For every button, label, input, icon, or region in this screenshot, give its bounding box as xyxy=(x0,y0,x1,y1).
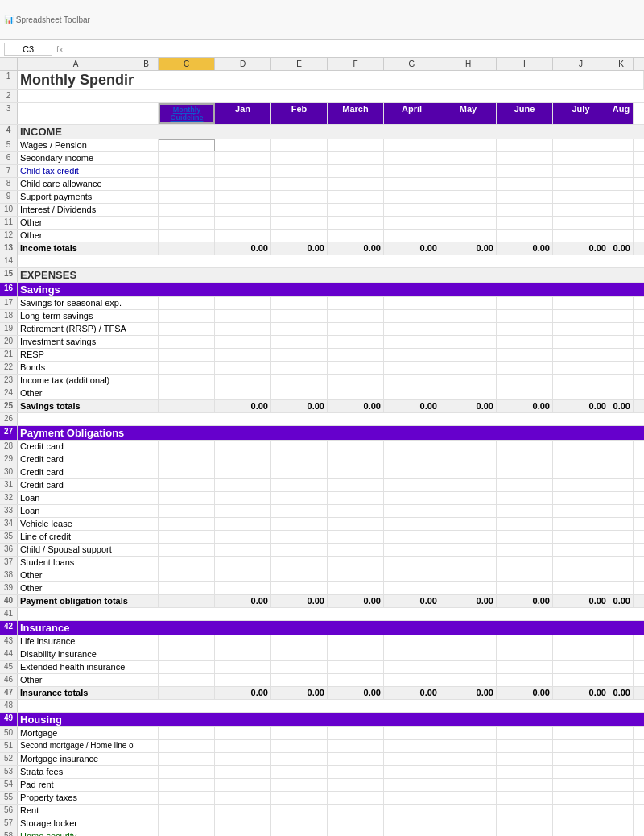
row-20-g[interactable] xyxy=(384,336,440,348)
row-34-f[interactable] xyxy=(328,518,384,530)
row-18-g[interactable] xyxy=(384,310,440,322)
row-10-j[interactable] xyxy=(553,204,609,216)
row-46-f[interactable] xyxy=(328,674,384,686)
row-28-j[interactable] xyxy=(553,441,609,453)
row-58-k[interactable] xyxy=(609,830,634,836)
row-38-k[interactable] xyxy=(609,569,634,581)
row-31-j[interactable] xyxy=(553,479,609,491)
row-7-f[interactable] xyxy=(328,165,384,177)
row-38-d[interactable] xyxy=(215,569,271,581)
row-19-c[interactable] xyxy=(159,323,215,335)
row-52-e[interactable] xyxy=(271,753,328,765)
row-10-f[interactable] xyxy=(328,204,384,216)
col-header-b[interactable]: B xyxy=(134,58,159,70)
row-37-c[interactable] xyxy=(159,557,215,569)
row-44-e[interactable] xyxy=(271,648,328,660)
row-50-c[interactable] xyxy=(159,727,215,739)
row-9-c[interactable] xyxy=(159,191,215,203)
row-32-g[interactable] xyxy=(384,492,440,504)
row-55-k[interactable] xyxy=(609,792,634,804)
row-38-j[interactable] xyxy=(553,569,609,581)
row-52-d[interactable] xyxy=(215,753,271,765)
row-28-k[interactable] xyxy=(609,441,634,453)
row-57-e[interactable] xyxy=(271,817,328,830)
row-57-g[interactable] xyxy=(384,817,440,830)
row-52-k[interactable] xyxy=(609,753,634,765)
row-6-i[interactable] xyxy=(497,152,553,164)
row-8-i[interactable] xyxy=(497,178,553,190)
row-52-i[interactable] xyxy=(497,753,553,765)
row-34-d[interactable] xyxy=(215,518,271,530)
row-28-f[interactable] xyxy=(328,441,384,453)
row-45-d[interactable] xyxy=(215,661,271,673)
row-21-h[interactable] xyxy=(440,349,497,361)
row-29-f[interactable] xyxy=(328,453,384,466)
row-56-d[interactable] xyxy=(215,805,271,817)
row-45-i[interactable] xyxy=(497,661,553,673)
row-35-j[interactable] xyxy=(553,531,609,543)
row-53-j[interactable] xyxy=(553,766,609,778)
row-8-k[interactable] xyxy=(609,178,634,190)
row-29-g[interactable] xyxy=(384,453,440,466)
row-51-e[interactable] xyxy=(271,740,328,752)
row-54-c[interactable] xyxy=(159,779,215,791)
row-57-i[interactable] xyxy=(497,817,553,830)
row-28-d[interactable] xyxy=(215,441,271,453)
row-38-f[interactable] xyxy=(328,569,384,581)
row-22-j[interactable] xyxy=(553,362,609,374)
row-35-i[interactable] xyxy=(497,531,553,543)
row-45-f[interactable] xyxy=(328,661,384,673)
row-38-g[interactable] xyxy=(384,569,440,581)
row-50-h[interactable] xyxy=(440,727,497,739)
row-21-j[interactable] xyxy=(553,349,609,361)
row-24-c[interactable] xyxy=(159,387,215,399)
row-17-j[interactable] xyxy=(553,297,609,309)
row-18-d[interactable] xyxy=(215,310,271,322)
row-19-h[interactable] xyxy=(440,323,497,335)
row-24-g[interactable] xyxy=(384,387,440,399)
row-36-d[interactable] xyxy=(215,544,271,556)
row-28-c[interactable] xyxy=(159,441,215,453)
row-18-f[interactable] xyxy=(328,310,384,322)
row-34-e[interactable] xyxy=(271,518,328,530)
row-23-k[interactable] xyxy=(609,375,634,387)
row-55-g[interactable] xyxy=(384,792,440,804)
row-38-e[interactable] xyxy=(271,569,328,581)
row-34-i[interactable] xyxy=(497,518,553,530)
row-33-i[interactable] xyxy=(497,505,553,517)
row-28-h[interactable] xyxy=(440,441,497,453)
row-39-e[interactable] xyxy=(271,582,328,594)
row-23-h[interactable] xyxy=(440,375,497,387)
row-56-j[interactable] xyxy=(553,805,609,817)
row-35-c[interactable] xyxy=(159,531,215,543)
row-32-f[interactable] xyxy=(328,492,384,504)
row-46-i[interactable] xyxy=(497,674,553,686)
row-55-e[interactable] xyxy=(271,792,328,804)
row-54-d[interactable] xyxy=(215,779,271,791)
row-46-k[interactable] xyxy=(609,674,634,686)
row-5-c[interactable] xyxy=(159,139,215,151)
row-29-j[interactable] xyxy=(553,453,609,466)
row-33-j[interactable] xyxy=(553,505,609,517)
row-32-i[interactable] xyxy=(497,492,553,504)
row-24-h[interactable] xyxy=(440,387,497,399)
row-57-d[interactable] xyxy=(215,817,271,830)
row-7-e[interactable] xyxy=(271,165,328,177)
row-20-j[interactable] xyxy=(553,336,609,348)
row-51-k[interactable] xyxy=(609,740,634,752)
row-19-j[interactable] xyxy=(553,323,609,335)
row-19-d[interactable] xyxy=(215,323,271,335)
row-51-i[interactable] xyxy=(497,740,553,752)
row-39-k[interactable] xyxy=(609,582,634,594)
row-50-g[interactable] xyxy=(384,727,440,739)
row-8-f[interactable] xyxy=(328,178,384,190)
row-53-e[interactable] xyxy=(271,766,328,778)
row-30-e[interactable] xyxy=(271,466,328,478)
row-43-h[interactable] xyxy=(440,635,497,648)
row-33-g[interactable] xyxy=(384,505,440,517)
row-53-g[interactable] xyxy=(384,766,440,778)
row-43-k[interactable] xyxy=(609,635,634,648)
row-11-f[interactable] xyxy=(328,217,384,229)
row-21-e[interactable] xyxy=(271,349,328,361)
col-header-d[interactable]: D xyxy=(215,58,271,70)
